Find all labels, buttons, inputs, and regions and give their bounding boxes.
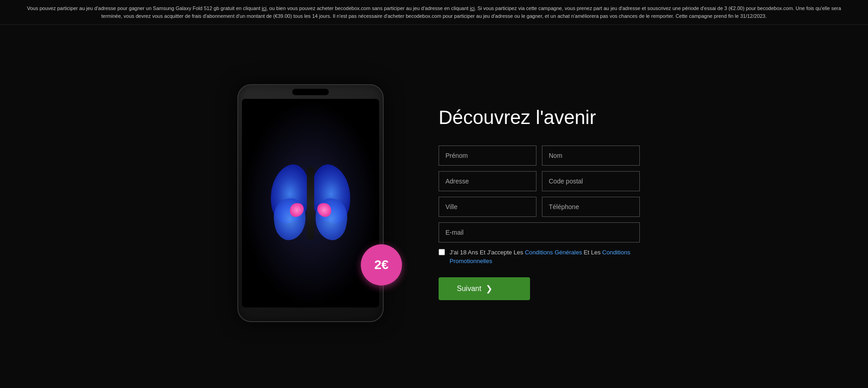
wing-center — [307, 167, 314, 240]
code-postal-input[interactable] — [542, 171, 640, 191]
price-badge: 2€ — [361, 244, 402, 286]
chevron-right-icon: ❯ — [486, 284, 493, 294]
form-city-phone-row — [439, 197, 640, 217]
butterfly-image — [265, 157, 356, 249]
telephone-input[interactable] — [542, 197, 640, 217]
ville-input[interactable] — [439, 197, 536, 217]
price-badge-text: 2€ — [374, 258, 388, 272]
form-name-row — [439, 146, 640, 166]
checkbox-area: J'ai 18 Ans Et J'accepte Les Conditions … — [439, 248, 640, 266]
phone-shell — [237, 84, 384, 322]
submit-label: Suivant — [457, 285, 481, 293]
form-section: Découvrez l'avenir J'ai 18 Ans Et J'acce… — [439, 106, 640, 300]
adresse-input[interactable] — [439, 171, 536, 191]
form-address-row — [439, 171, 640, 191]
checkbox-label: J'ai 18 Ans Et J'accepte Les Conditions … — [450, 248, 640, 266]
submit-button[interactable]: Suivant ❯ — [439, 277, 530, 300]
banner-text: Vous pouvez participer au jeu d'adresse … — [27, 5, 841, 19]
nom-input[interactable] — [542, 146, 640, 166]
prenom-input[interactable] — [439, 146, 536, 166]
form-email-row — [439, 222, 640, 242]
phone-section: 2€ — [228, 84, 402, 322]
butterfly-background — [242, 99, 379, 307]
phone-container: 2€ — [237, 84, 393, 322]
checkbox-text-middle: Et Les — [582, 249, 602, 256]
banner-link-2[interactable]: ici — [470, 5, 474, 11]
phone-screen — [242, 99, 379, 307]
link-conditions-generales[interactable]: Conditions Générales — [525, 249, 582, 256]
terms-checkbox[interactable] — [439, 249, 445, 255]
email-input[interactable] — [439, 222, 640, 242]
banner-link-1[interactable]: ici — [262, 5, 266, 11]
checkbox-text-before: J'ai 18 Ans Et J'accepte Les — [450, 249, 525, 256]
main-content: 2€ Découvrez l'avenir J'ai 18 Ans Et J'a… — [0, 25, 868, 382]
phone-notch — [292, 89, 329, 95]
top-banner: Vous pouvez participer au jeu d'adresse … — [0, 0, 868, 25]
form-title: Découvrez l'avenir — [439, 106, 640, 129]
